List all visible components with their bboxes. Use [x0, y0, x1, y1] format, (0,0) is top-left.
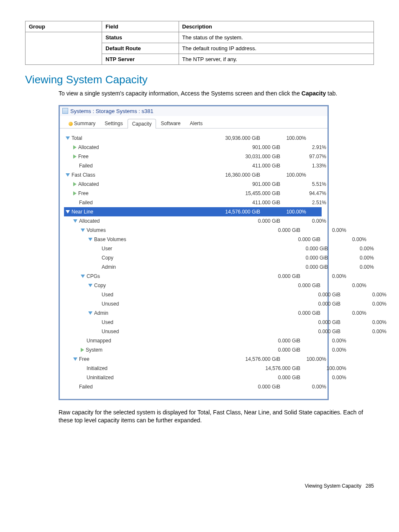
tree-label: Unmapped — [87, 338, 111, 344]
tree-row[interactable]: Allocated0.000 GiB0.00% — [64, 216, 322, 226]
pct-value: 0.00% — [349, 329, 386, 334]
gib-value: 0.000 GiB — [215, 246, 336, 252]
tree-label: Failed — [79, 163, 93, 169]
gib-value: 0.000 GiB — [215, 301, 349, 307]
tree-label: Unused — [102, 301, 119, 307]
tree-row[interactable]: Allocated901.000 GiB5.51% — [64, 180, 322, 189]
tab-software[interactable]: Software — [156, 118, 185, 128]
tree-row[interactable]: Base Volumes0.000 GiB0.00% — [64, 235, 322, 244]
tree-label-cell: Free — [64, 356, 192, 362]
tree-label-cell: Free — [64, 190, 192, 196]
gib-value: 0.000 GiB — [215, 292, 349, 298]
collapse-icon[interactable] — [73, 145, 77, 149]
gib-value: 14,576.000 GiB — [185, 209, 269, 215]
pct-value: 0.00% — [329, 236, 366, 242]
tree-label-cell: Failed — [64, 200, 192, 206]
th-group: Group — [26, 21, 102, 32]
tree-label: Allocated — [78, 144, 99, 150]
tree-row[interactable]: User0.000 GiB0.00% — [64, 244, 322, 253]
tree-row[interactable]: Failed411.000 GiB2.51% — [64, 198, 322, 207]
tree-row[interactable]: Free15,455.000 GiB94.47% — [64, 189, 322, 198]
expand-icon[interactable] — [88, 238, 92, 241]
pct-value: 100.00% — [269, 209, 306, 215]
tree-label: Total — [72, 135, 82, 141]
tree-label: Copy — [102, 255, 113, 261]
tree-row[interactable]: Near Line14,576.000 GiB100.00% — [64, 207, 322, 216]
collapse-icon[interactable] — [73, 191, 77, 195]
pct-value: 0.00% — [309, 338, 346, 344]
pct-value: 0.00% — [309, 375, 346, 380]
expand-icon[interactable] — [66, 173, 70, 177]
expand-icon[interactable] — [66, 136, 70, 140]
expand-icon[interactable] — [73, 357, 77, 361]
pct-value: 0.00% — [336, 246, 374, 252]
tab-settings[interactable]: Settings — [100, 118, 127, 128]
tree-label-cell: Unused — [64, 329, 215, 334]
gib-value: 15,455.000 GiB — [192, 190, 289, 196]
gib-value: 901.000 GiB — [192, 181, 289, 187]
tree-label-cell: Free — [64, 154, 192, 159]
tree-row[interactable]: Free30,031.000 GiB97.07% — [64, 152, 322, 161]
tab-capacity[interactable]: Capacity — [128, 119, 156, 129]
expand-icon[interactable] — [73, 219, 77, 223]
pct-value: 0.00% — [336, 255, 374, 261]
gib-value: 0.000 GiB — [207, 236, 329, 242]
collapse-icon[interactable] — [81, 348, 84, 352]
tree-row[interactable]: Used0.000 GiB0.00% — [64, 290, 322, 299]
tab-summary[interactable]: Summary — [64, 118, 100, 128]
gib-value: 0.000 GiB — [200, 338, 309, 344]
tree-row[interactable]: Allocated901.000 GiB2.91% — [64, 143, 322, 152]
tree-row[interactable]: Total30,936.000 GiB100.00% — [64, 134, 322, 143]
gib-value: 0.000 GiB — [207, 310, 329, 316]
tree-label: Used — [102, 292, 113, 298]
tree-row[interactable]: Admin0.000 GiB0.00% — [64, 308, 322, 318]
pct-value: 2.91% — [289, 144, 326, 150]
expand-icon[interactable] — [66, 210, 70, 213]
tree-label-cell: Used — [64, 319, 215, 325]
tab-alerts[interactable]: Alerts — [185, 118, 207, 128]
gib-value: 0.000 GiB — [215, 255, 336, 261]
tree-row[interactable]: Uninitialized0.000 GiB0.00% — [64, 373, 322, 382]
outro-text: Raw capacity for the selected system is … — [59, 409, 374, 424]
tree-row[interactable]: Copy0.000 GiB0.00% — [64, 281, 322, 290]
tree-label-cell: Allocated — [64, 181, 192, 187]
tree-label: Free — [78, 154, 89, 159]
pct-value: 0.00% — [289, 384, 326, 390]
pct-value: 100.00% — [309, 365, 346, 371]
cell-field: Status — [102, 32, 179, 43]
tree-row[interactable]: Initialized14,576.000 GiB100.00% — [64, 364, 322, 373]
cell-field: NTP Server — [102, 54, 179, 65]
capacity-tree: Total30,936.000 GiB100.00%Allocated901.0… — [60, 129, 327, 399]
gib-value: 0.000 GiB — [200, 347, 309, 353]
tree-label: Allocated — [79, 218, 100, 224]
tree-row[interactable]: Copy0.000 GiB0.00% — [64, 253, 322, 262]
tree-row[interactable]: Unused0.000 GiB0.00% — [64, 299, 322, 308]
tree-row[interactable]: Admin0.000 GiB0.00% — [64, 262, 322, 272]
gib-value: 901.000 GiB — [192, 144, 289, 150]
capacity-panel: Systems : Storage Systems : s381 Summary… — [59, 105, 329, 400]
expand-icon[interactable] — [88, 311, 92, 315]
collapse-icon[interactable] — [73, 154, 77, 159]
cell-description: The status of the system. — [179, 32, 374, 43]
expand-icon[interactable] — [81, 229, 85, 232]
tree-row[interactable]: Used0.000 GiB0.00% — [64, 318, 322, 327]
expand-icon[interactable] — [88, 284, 92, 287]
tree-row[interactable]: Failed0.000 GiB0.00% — [64, 382, 322, 391]
tree-row[interactable]: Volumes0.000 GiB0.00% — [64, 226, 322, 235]
tree-label-cell: User — [64, 246, 215, 252]
tree-row[interactable]: Unused0.000 GiB0.00% — [64, 327, 322, 336]
tree-label-cell: Near Line — [64, 209, 185, 215]
pct-value: 0.00% — [309, 273, 346, 279]
pct-value: 5.51% — [289, 181, 326, 187]
tree-row[interactable]: Failed411.000 GiB1.33% — [64, 161, 322, 170]
tree-row[interactable]: Free14,576.000 GiB100.00% — [64, 355, 322, 364]
tree-label-cell: Admin — [64, 264, 215, 270]
tree-label: Used — [102, 319, 113, 325]
collapse-icon[interactable] — [73, 182, 77, 186]
tree-label: Initialized — [87, 365, 107, 371]
expand-icon[interactable] — [81, 275, 85, 278]
tree-row[interactable]: CPGs0.000 GiB0.00% — [64, 272, 322, 281]
tree-row[interactable]: Unmapped0.000 GiB0.00% — [64, 336, 322, 345]
tree-row[interactable]: System0.000 GiB0.00% — [64, 345, 322, 355]
tree-row[interactable]: Fast Class16,360.000 GiB100.00% — [64, 170, 322, 180]
